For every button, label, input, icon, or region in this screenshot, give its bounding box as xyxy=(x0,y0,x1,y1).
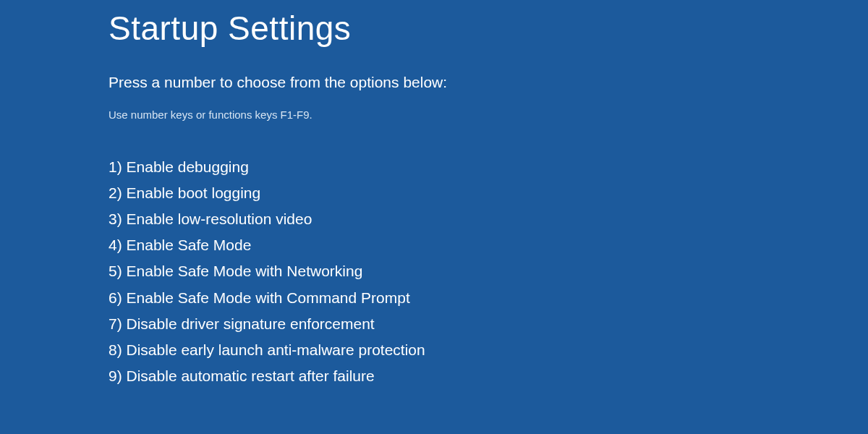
option-label: Enable debugging xyxy=(127,158,249,175)
option-number: 6) xyxy=(109,289,122,306)
option-label: Enable boot logging xyxy=(127,184,261,201)
option-number: 1) xyxy=(109,158,122,175)
option-disable-early-launch-anti-malware[interactable]: 8) Disable early launch anti-malware pro… xyxy=(109,337,868,363)
option-number: 9) xyxy=(109,367,122,384)
option-number: 4) xyxy=(109,237,122,253)
instruction-text: Press a number to choose from the option… xyxy=(109,74,868,91)
option-number: 7) xyxy=(109,315,122,332)
option-label: Enable Safe Mode with Command Prompt xyxy=(127,289,410,306)
startup-options-list: 1) Enable debugging 2) Enable boot loggi… xyxy=(109,154,868,389)
option-label: Enable low-resolution video xyxy=(127,210,312,227)
option-number: 2) xyxy=(109,184,122,201)
option-disable-driver-signature-enforcement[interactable]: 7) Disable driver signature enforcement xyxy=(109,311,868,337)
option-number: 5) xyxy=(109,263,122,279)
hint-text: Use number keys or functions keys F1-F9. xyxy=(109,109,868,121)
option-enable-safe-mode-networking[interactable]: 5) Enable Safe Mode with Networking xyxy=(109,258,868,284)
option-enable-debugging[interactable]: 1) Enable debugging xyxy=(109,154,868,180)
option-enable-low-resolution-video[interactable]: 3) Enable low-resolution video xyxy=(109,206,868,232)
option-enable-boot-logging[interactable]: 2) Enable boot logging xyxy=(109,180,868,206)
option-label: Enable Safe Mode with Networking xyxy=(127,263,363,279)
option-number: 8) xyxy=(109,341,122,358)
option-disable-automatic-restart[interactable]: 9) Disable automatic restart after failu… xyxy=(109,363,868,389)
option-label: Disable driver signature enforcement xyxy=(127,315,375,332)
option-enable-safe-mode[interactable]: 4) Enable Safe Mode xyxy=(109,232,868,258)
page-title: Startup Settings xyxy=(109,9,868,48)
option-number: 3) xyxy=(109,210,122,227)
option-enable-safe-mode-command-prompt[interactable]: 6) Enable Safe Mode with Command Prompt xyxy=(109,285,868,311)
option-label: Disable automatic restart after failure xyxy=(127,367,375,384)
option-label: Enable Safe Mode xyxy=(127,237,252,253)
option-label: Disable early launch anti-malware protec… xyxy=(127,341,425,358)
